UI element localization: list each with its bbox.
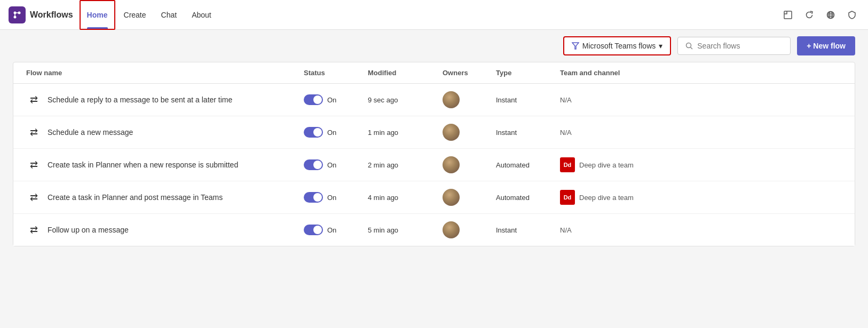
modified-cell: 4 min ago bbox=[368, 194, 443, 202]
svg-point-12 bbox=[686, 43, 691, 48]
status-cell: On bbox=[304, 94, 368, 105]
status-label: On bbox=[327, 226, 336, 234]
status-toggle[interactable] bbox=[304, 94, 323, 105]
status-toggle[interactable] bbox=[304, 127, 323, 138]
flow-name-cell: ⇄ Create a task in Planner and post mess… bbox=[26, 190, 304, 205]
modified-cell: 1 min ago bbox=[368, 129, 443, 137]
svg-rect-5 bbox=[784, 11, 792, 19]
team-channel-cell: N/A bbox=[560, 96, 842, 104]
status-cell: On bbox=[304, 159, 368, 170]
status-toggle[interactable] bbox=[304, 159, 323, 170]
team-channel-cell: N/A bbox=[560, 226, 842, 234]
owners-cell bbox=[443, 156, 496, 173]
flow-icon: ⇄ bbox=[26, 190, 41, 205]
status-cell: On bbox=[304, 192, 368, 203]
team-name: Deep dive a team bbox=[579, 161, 634, 169]
team-channel-cell: Dd Deep dive a team bbox=[560, 157, 842, 172]
logo-icon bbox=[9, 6, 26, 23]
status-label: On bbox=[327, 129, 336, 137]
table-row[interactable]: ⇄ Schedule a new message On 1 min ago In… bbox=[13, 116, 855, 149]
table-header: Flow name Status Modified Owners Type Te… bbox=[13, 62, 855, 84]
app-logo: Workflows bbox=[9, 6, 73, 23]
flow-name-cell: ⇄ Create task in Planner when a new resp… bbox=[26, 157, 304, 172]
flows-table: Flow name Status Modified Owners Type Te… bbox=[13, 62, 855, 246]
globe-icon[interactable] bbox=[823, 7, 838, 22]
modified-cell: 5 min ago bbox=[368, 226, 443, 234]
flow-name: Schedule a new message bbox=[48, 128, 133, 137]
search-box[interactable] bbox=[677, 37, 791, 55]
filter-label: Microsoft Teams flows bbox=[582, 42, 656, 50]
flow-name: Create task in Planner when a new respon… bbox=[48, 161, 238, 169]
table-row[interactable]: ⇄ Create task in Planner when a new resp… bbox=[13, 149, 855, 181]
app-title: Workflows bbox=[30, 10, 73, 20]
owners-cell bbox=[443, 189, 496, 206]
status-label: On bbox=[327, 194, 336, 202]
type-cell: Instant bbox=[496, 226, 560, 234]
col-header-modified: Modified bbox=[368, 69, 443, 77]
status-cell: On bbox=[304, 225, 368, 235]
avatar bbox=[443, 124, 460, 141]
nav-item-about[interactable]: About bbox=[185, 0, 218, 30]
filter-button[interactable]: Microsoft Teams flows ▾ bbox=[563, 36, 671, 55]
team-name: Deep dive a team bbox=[579, 194, 634, 202]
avatar bbox=[443, 221, 460, 238]
nav-item-create[interactable]: Create bbox=[117, 0, 153, 30]
modified-cell: 9 sec ago bbox=[368, 96, 443, 104]
top-navigation: Workflows Home Create Chat About bbox=[0, 0, 868, 30]
avatar bbox=[443, 156, 460, 173]
table-row[interactable]: ⇄ Schedule a reply to a message to be se… bbox=[13, 84, 855, 116]
type-cell: Instant bbox=[496, 96, 560, 104]
flow-name: Create a task in Planner and post messag… bbox=[48, 193, 223, 202]
chevron-down-icon: ▾ bbox=[659, 42, 662, 50]
search-icon bbox=[685, 42, 693, 50]
flow-icon: ⇄ bbox=[26, 92, 41, 107]
flow-name-cell: ⇄ Schedule a new message bbox=[26, 125, 304, 140]
avatar bbox=[443, 189, 460, 206]
svg-marker-11 bbox=[572, 43, 579, 49]
status-cell: On bbox=[304, 127, 368, 138]
svg-line-13 bbox=[691, 47, 693, 50]
col-header-type: Type bbox=[496, 69, 560, 77]
modified-cell: 2 min ago bbox=[368, 161, 443, 169]
team-badge: Dd bbox=[560, 190, 575, 205]
type-cell: Automated bbox=[496, 194, 560, 202]
col-header-team-channel: Team and channel bbox=[560, 69, 842, 77]
table-row[interactable]: ⇄ Create a task in Planner and post mess… bbox=[13, 181, 855, 214]
flow-name-cell: ⇄ Schedule a reply to a message to be se… bbox=[26, 92, 304, 107]
flow-icon: ⇄ bbox=[26, 222, 41, 237]
status-toggle[interactable] bbox=[304, 192, 323, 203]
popup-icon[interactable] bbox=[780, 7, 795, 22]
flow-name-cell: ⇄ Follow up on a message bbox=[26, 222, 304, 237]
col-header-owners: Owners bbox=[443, 69, 496, 77]
col-header-flow-name: Flow name bbox=[26, 69, 304, 77]
flow-name: Schedule a reply to a message to be sent… bbox=[48, 95, 232, 104]
table-row[interactable]: ⇄ Follow up on a message On 5 min ago In… bbox=[13, 214, 855, 246]
search-input[interactable] bbox=[697, 42, 783, 50]
nav-right-icons bbox=[780, 7, 859, 22]
new-flow-label: + New flow bbox=[807, 42, 846, 50]
col-header-status: Status bbox=[304, 69, 368, 77]
toolbar: Microsoft Teams flows ▾ + New flow bbox=[0, 30, 868, 62]
avatar bbox=[443, 91, 460, 108]
nav-item-chat[interactable]: Chat bbox=[155, 0, 184, 30]
filter-icon bbox=[572, 42, 579, 50]
flow-icon: ⇄ bbox=[26, 125, 41, 140]
new-flow-button[interactable]: + New flow bbox=[797, 36, 855, 55]
type-cell: Instant bbox=[496, 129, 560, 137]
owners-cell bbox=[443, 221, 496, 238]
team-badge: Dd bbox=[560, 157, 575, 172]
owners-cell bbox=[443, 124, 496, 141]
team-channel-cell: Dd Deep dive a team bbox=[560, 190, 842, 205]
flow-name: Follow up on a message bbox=[48, 226, 129, 234]
nav-item-home[interactable]: Home bbox=[80, 0, 115, 30]
team-channel-cell: N/A bbox=[560, 129, 842, 137]
status-label: On bbox=[327, 96, 336, 104]
owners-cell bbox=[443, 91, 496, 108]
refresh-icon[interactable] bbox=[802, 7, 817, 22]
status-toggle[interactable] bbox=[304, 225, 323, 235]
shield-icon[interactable] bbox=[845, 7, 859, 22]
status-label: On bbox=[327, 161, 336, 169]
flow-icon: ⇄ bbox=[26, 157, 41, 172]
type-cell: Automated bbox=[496, 161, 560, 169]
